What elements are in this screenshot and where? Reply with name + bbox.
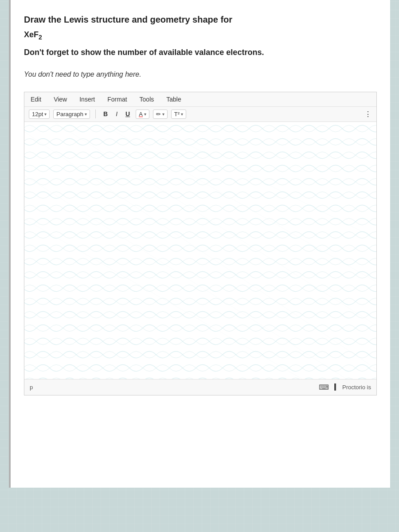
underline-button[interactable]: U — [123, 110, 132, 118]
bold-button[interactable]: B — [101, 110, 110, 118]
proctorio-text: Proctorio is — [342, 384, 371, 391]
font-size-dropdown[interactable]: 12pt ▾ — [29, 110, 50, 119]
italic-label: I — [116, 110, 117, 117]
font-color-dropdown[interactable]: A ▾ — [136, 110, 149, 119]
highlight-chevron-icon: ▾ — [162, 112, 164, 117]
font-size-label: 12pt — [32, 111, 43, 117]
formula-subscript: 2 — [39, 34, 42, 41]
toolbar-divider-1 — [95, 110, 96, 118]
superscript-chevron-icon: ▾ — [181, 112, 183, 117]
editor-wrapper: Edit View Insert Format Tools Table 12pt… — [24, 92, 377, 395]
font-size-chevron-icon: ▾ — [44, 112, 47, 117]
bold-label: B — [103, 110, 108, 117]
question-subtitle: Don't forget to show the number of avail… — [24, 48, 377, 57]
paragraph-chevron-icon: ▾ — [85, 112, 87, 117]
toolbar: 12pt ▾ Paragraph ▾ B I U — [24, 107, 376, 122]
menu-view[interactable]: View — [52, 95, 69, 104]
highlight-label: ✏ — [156, 111, 161, 117]
superscript-dropdown[interactable]: T² ▾ — [171, 110, 186, 119]
formula-main: XeF — [24, 30, 39, 39]
menu-insert[interactable]: Insert — [78, 95, 97, 104]
editor-statusbar: p ⌨ Proctorio is — [24, 379, 376, 395]
main-content: Draw the Lewis structure and geometry sh… — [9, 0, 390, 488]
editor-content[interactable] — [24, 122, 376, 379]
menu-format[interactable]: Format — [106, 95, 129, 104]
question-note: You don't need to type anything here. — [24, 70, 377, 78]
font-color-chevron-icon: ▾ — [144, 112, 146, 117]
font-color-label: A — [139, 111, 143, 117]
editor-background-pattern — [24, 122, 376, 379]
formula-text: XeF2 — [24, 30, 377, 41]
paragraph-indicator: p — [30, 384, 33, 391]
paragraph-label: Paragraph — [56, 111, 83, 117]
status-right: ⌨ Proctorio is — [319, 383, 371, 391]
superscript-label: T² — [174, 111, 180, 117]
menu-bar: Edit View Insert Format Tools Table — [24, 92, 376, 107]
underline-label: U — [125, 110, 130, 117]
paragraph-dropdown[interactable]: Paragraph ▾ — [53, 110, 90, 119]
italic-button[interactable]: I — [113, 110, 120, 118]
more-options-button[interactable]: ⋮ — [364, 110, 372, 118]
page-container: Draw the Lewis structure and geometry sh… — [0, 0, 399, 532]
keyboard-icon[interactable]: ⌨ — [319, 383, 329, 391]
menu-edit[interactable]: Edit — [29, 95, 43, 104]
question-title-line1: Draw the Lewis structure and geometry sh… — [24, 13, 377, 26]
menu-table[interactable]: Table — [164, 95, 183, 104]
proctorio-bar-icon — [334, 383, 336, 391]
menu-tools[interactable]: Tools — [138, 95, 156, 104]
highlight-dropdown[interactable]: ✏ ▾ — [153, 110, 168, 119]
